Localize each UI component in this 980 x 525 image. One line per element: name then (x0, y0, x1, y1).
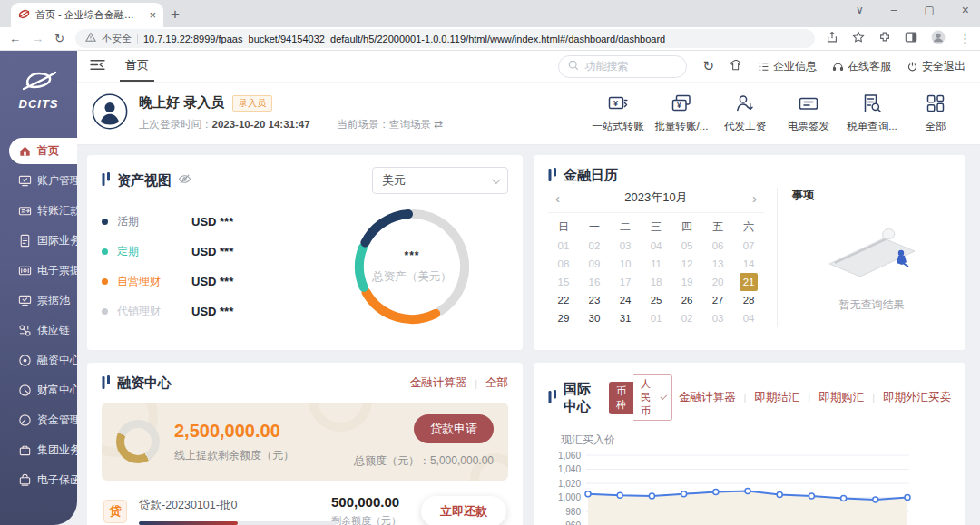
calendar-day[interactable]: 20 (702, 273, 733, 291)
repay-now-button[interactable]: 立即还款 (421, 496, 506, 525)
calendar-day[interactable]: 01 (641, 309, 671, 327)
search-input[interactable] (584, 60, 677, 73)
page-tab-home[interactable]: 首页 (120, 51, 154, 82)
calendar-day[interactable]: 16 (579, 273, 610, 291)
extensions-icon[interactable] (878, 31, 891, 46)
calendar-day[interactable]: 03 (610, 237, 641, 255)
calendar-day[interactable]: 07 (733, 237, 764, 255)
browser-menu-icon[interactable]: ⋮ (959, 32, 971, 45)
bill-pool-icon (17, 294, 32, 308)
legend-row[interactable]: 活期USD *** (102, 207, 294, 237)
calendar-day[interactable]: 04 (641, 237, 671, 255)
calendar-day[interactable]: 12 (671, 255, 702, 273)
calendar-day[interactable]: 03 (702, 309, 733, 327)
calendar-day[interactable]: 29 (548, 309, 579, 327)
url-box[interactable]: 不安全 10.7.19.22:8999/fpaas_bucket/9415403… (75, 29, 815, 48)
new-tab-button[interactable]: + (163, 3, 187, 26)
back-icon[interactable]: ← (9, 33, 21, 44)
calendar-day[interactable]: 11 (641, 255, 671, 273)
menu-collapse-icon[interactable] (90, 59, 105, 73)
calendar-day[interactable]: 26 (671, 291, 702, 309)
refresh-icon[interactable]: ↻ (702, 58, 714, 74)
share-icon[interactable] (826, 31, 838, 46)
calendar-day[interactable]: 27 (702, 291, 733, 309)
quick-action-e-ticket-issue[interactable]: 电票签发 (780, 92, 837, 133)
calendar-day[interactable]: 09 (579, 255, 610, 273)
scene-switch-icon[interactable]: ⇄ (434, 118, 443, 131)
quick-action-one-stop-transfer[interactable]: ¥一站式转账 (590, 92, 646, 133)
calendar-day[interactable]: 13 (702, 255, 733, 273)
intl-link-2[interactable]: 即期购汇 (818, 390, 864, 405)
window-maximize-icon[interactable]: ▢ (924, 4, 934, 16)
intl-link-0[interactable]: 金融计算器 (679, 390, 736, 405)
calendar-day[interactable]: 23 (579, 291, 610, 309)
eye-off-icon[interactable] (178, 172, 191, 189)
prev-month-icon[interactable]: ‹ (552, 190, 564, 206)
window-minimize-icon[interactable]: – (891, 4, 897, 16)
logout-link[interactable]: 安全退出 (906, 59, 965, 74)
bookmark-star-icon[interactable] (852, 31, 865, 46)
enterprise-info-link[interactable]: 企业信息 (758, 59, 817, 74)
sidebar-item-account[interactable]: 账户管理 (9, 168, 77, 194)
online-service-link[interactable]: 在线客服 (832, 59, 891, 74)
currency-select[interactable]: 美元 (372, 167, 508, 194)
tab-search-chevron-icon[interactable]: ∨ (856, 4, 864, 16)
calendar-day[interactable]: 08 (548, 255, 579, 273)
currency-kind-select[interactable]: 人民币 (633, 374, 672, 421)
calendar-day[interactable]: 22 (548, 291, 579, 309)
calendar-day[interactable]: 10 (610, 255, 641, 273)
calendar-day[interactable]: 25 (641, 291, 671, 309)
profile-avatar-icon[interactable] (931, 30, 946, 47)
calendar-day[interactable]: 15 (548, 273, 579, 291)
calendar-day[interactable]: 30 (579, 309, 610, 327)
quick-action-batch-transfer[interactable]: ¥批量转账/... (653, 92, 710, 133)
sidebar-item-supply-chain[interactable]: 供应链 (9, 317, 77, 344)
financing-link-0[interactable]: 金融计算器 (410, 375, 467, 391)
calendar-day[interactable]: 28 (733, 291, 764, 309)
legend-row[interactable]: 代销理财USD *** (102, 297, 294, 326)
sidebar-item-home[interactable]: 首页 (9, 138, 77, 164)
intl-link-3[interactable]: 即期外汇买卖 (883, 390, 951, 405)
calendar-day-selected[interactable]: 21 (740, 273, 758, 291)
tab-close-icon[interactable]: × (149, 9, 156, 21)
calendar-day[interactable]: 18 (641, 273, 671, 291)
window-close-icon[interactable]: × (962, 3, 969, 17)
sidebar-item-bill-pool[interactable]: 票据池 (9, 287, 77, 314)
browser-tab[interactable]: 首页 - 企业综合金融服务平台 × (11, 3, 163, 27)
calendar-day[interactable]: 06 (702, 237, 733, 255)
calendar-day[interactable]: 14 (733, 255, 764, 273)
calendar-day[interactable]: 02 (671, 309, 702, 327)
sidebar-item-e-bill[interactable]: 电子票据 (9, 258, 77, 284)
intl-link-1[interactable]: 即期结汇 (754, 390, 799, 405)
forward-icon[interactable]: → (32, 33, 44, 44)
reload-icon[interactable]: ↻ (54, 33, 64, 44)
sidebar-item-transfer[interactable]: 转账汇款 (9, 198, 77, 224)
quick-action-salary[interactable]: 代发工资 (717, 92, 773, 133)
sidebar-item-group-biz[interactable]: 集团业务 (9, 437, 77, 463)
financing-link-1[interactable]: 全部 (485, 375, 508, 391)
quick-action-all-grid[interactable]: 全部 (907, 92, 964, 133)
calendar-day[interactable]: 01 (548, 237, 579, 255)
weekday-label: 五 (702, 217, 733, 237)
legend-row[interactable]: 自营理财USD *** (102, 267, 294, 297)
calendar-day[interactable]: 05 (671, 237, 702, 255)
calendar-day[interactable]: 02 (579, 237, 610, 255)
sidebar-item-financing[interactable]: 融资中心 (9, 347, 77, 374)
theme-skin-icon[interactable] (730, 59, 742, 74)
next-month-icon[interactable]: › (749, 190, 760, 206)
calendar-day[interactable]: 17 (610, 273, 641, 291)
calendar-day[interactable]: 04 (733, 309, 764, 327)
calendar-day[interactable]: 24 (610, 291, 641, 309)
sidebar-item-intl-biz[interactable]: 国际业务 (9, 228, 77, 254)
quick-action-tax-query[interactable]: 税单查询... (844, 92, 900, 133)
sidebar-item-e-guarantee[interactable]: 电子保函 (9, 467, 77, 493)
svg-text:1,020: 1,020 (558, 479, 581, 489)
legend-row[interactable]: 定期USD *** (102, 237, 294, 267)
function-search[interactable] (558, 55, 687, 78)
calendar-day[interactable]: 31 (610, 309, 641, 327)
sidebar-item-wealth[interactable]: 财富中心 (9, 377, 77, 403)
sidebar-item-funds[interactable]: 资金管理 (9, 407, 77, 433)
calendar-day[interactable]: 19 (671, 273, 702, 291)
loan-apply-button[interactable]: 贷款申请 (414, 414, 494, 443)
side-panel-icon[interactable] (905, 31, 917, 46)
